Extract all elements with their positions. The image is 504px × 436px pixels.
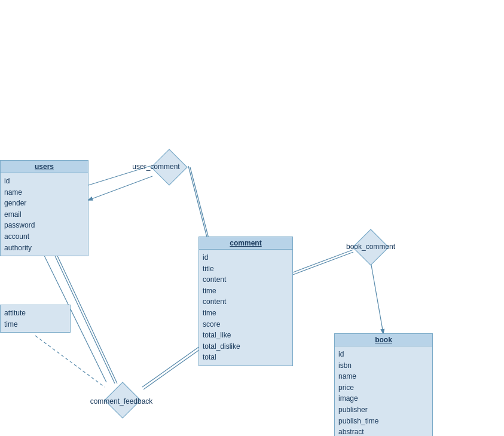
field-total: total <box>203 352 289 363</box>
comment-header: comment <box>199 237 292 250</box>
svg-line-3 <box>88 176 152 200</box>
field-price: price <box>338 382 429 394</box>
svg-line-6 <box>371 262 383 333</box>
field-time: time <box>4 319 66 330</box>
users-fields: id name gender email password account au… <box>1 173 88 256</box>
comment-entity: comment id title content time content ti… <box>198 237 293 366</box>
field-isbn: isbn <box>338 360 429 371</box>
field-content1: content <box>203 274 289 285</box>
field-score: score <box>203 319 289 330</box>
book-entity: book id isbn name price image publisher … <box>334 333 433 436</box>
field-publish-time: publish_time <box>338 416 429 427</box>
svg-line-4 <box>293 250 353 272</box>
field-title: title <box>203 263 289 275</box>
field-publisher: publisher <box>338 404 429 416</box>
book-header: book <box>335 334 432 346</box>
field-time2: time <box>203 308 289 319</box>
user-comment-label: user_comment <box>117 162 195 171</box>
field-time1: time <box>203 285 289 297</box>
field-gender: gender <box>4 198 84 209</box>
field-total-like: total_like <box>203 330 289 341</box>
field-content2: content <box>203 296 289 308</box>
field-attitute: attitute <box>4 308 66 319</box>
field-name: name <box>338 371 429 382</box>
svg-line-10 <box>35 336 105 387</box>
attitute-fields: attitute time <box>1 305 70 332</box>
field-name: name <box>4 187 84 198</box>
field-email: email <box>4 209 84 220</box>
book-fields: id isbn name price image publisher publi… <box>335 346 432 436</box>
field-id: id <box>203 252 289 263</box>
field-authority: authority <box>4 242 84 254</box>
book-comment-label: book_comment <box>332 242 410 251</box>
attitute-entity: attitute time <box>0 305 71 333</box>
comment-feedback-label: comment_feedback <box>77 397 166 406</box>
svg-line-5 <box>293 252 353 275</box>
field-account: account <box>4 231 84 242</box>
field-password: password <box>4 220 84 231</box>
field-id: id <box>338 349 429 360</box>
field-id: id <box>4 176 84 187</box>
comment-fields: id title content time content time score… <box>199 250 292 366</box>
erd-diagram: users id name gender email password acco… <box>0 0 504 436</box>
users-header: users <box>1 161 88 173</box>
users-entity: users id name gender email password acco… <box>0 160 88 256</box>
field-abstract: abstract <box>338 426 429 436</box>
field-image: image <box>338 393 429 404</box>
field-total-dislike: total_dislike <box>203 341 289 352</box>
